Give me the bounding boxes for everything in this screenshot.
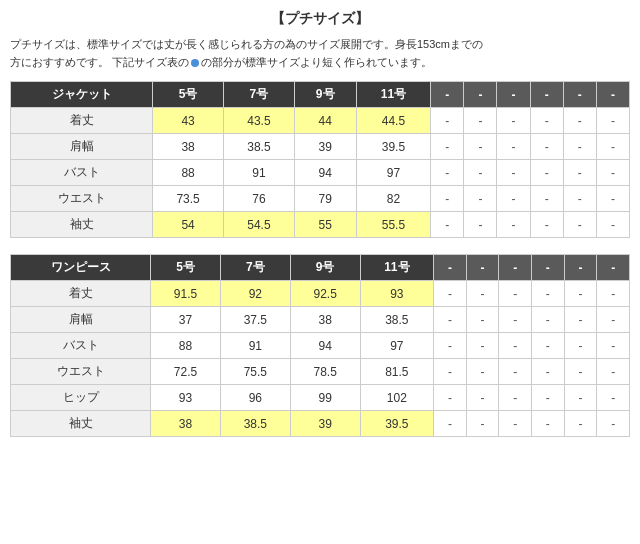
desc-line2: 方におすすめです。 下記サイズ表の	[10, 56, 189, 68]
cell-value: -	[434, 281, 467, 307]
size-header: 11号	[360, 255, 434, 281]
cell-value: -	[499, 307, 532, 333]
cell-value: -	[466, 333, 499, 359]
cell-value: 37	[151, 307, 221, 333]
cell-value: 38	[151, 411, 221, 437]
size-header: -	[431, 82, 464, 108]
cell-value: -	[464, 108, 497, 134]
size-header: 7号	[220, 255, 290, 281]
cell-value: -	[431, 212, 464, 238]
table-row: 肩幅3737.53838.5------	[11, 307, 630, 333]
cell-value: -	[499, 281, 532, 307]
size-header: -	[532, 255, 565, 281]
cell-value: 78.5	[290, 359, 360, 385]
cell-value: -	[597, 385, 630, 411]
cell-value: 88	[153, 160, 224, 186]
cell-value: 44	[294, 108, 356, 134]
size-header: -	[466, 255, 499, 281]
cell-value: 44.5	[356, 108, 431, 134]
cell-value: -	[466, 359, 499, 385]
cell-value: -	[466, 411, 499, 437]
cell-value: -	[563, 108, 596, 134]
cell-value: 43	[153, 108, 224, 134]
table-row: 袖丈3838.53939.5------	[11, 411, 630, 437]
cell-value: 37.5	[220, 307, 290, 333]
cell-value: -	[464, 186, 497, 212]
cell-value: -	[563, 186, 596, 212]
cell-value: -	[597, 281, 630, 307]
cell-value: -	[466, 385, 499, 411]
cell-value: -	[597, 359, 630, 385]
cell-value: -	[464, 134, 497, 160]
table-row: ウエスト73.5767982------	[11, 186, 630, 212]
cell-value: -	[431, 108, 464, 134]
cell-value: -	[497, 134, 530, 160]
cell-value: -	[497, 160, 530, 186]
table-row: 着丈4343.54444.5------	[11, 108, 630, 134]
cell-value: 54.5	[224, 212, 295, 238]
cell-value: -	[597, 411, 630, 437]
description: プチサイズは、標準サイズでは丈が長く感じられる方の為のサイズ展開です。身長153…	[10, 36, 630, 71]
cell-value: -	[431, 134, 464, 160]
cell-value: -	[497, 212, 530, 238]
size-header: 9号	[294, 82, 356, 108]
size-header: -	[434, 255, 467, 281]
cell-value: 54	[153, 212, 224, 238]
cell-value: 92	[220, 281, 290, 307]
table-row: ヒップ939699102------	[11, 385, 630, 411]
row-label: バスト	[11, 160, 153, 186]
size-header: -	[596, 82, 629, 108]
category-header: ワンピース	[11, 255, 151, 281]
cell-value: 97	[360, 333, 434, 359]
cell-value: -	[597, 307, 630, 333]
cell-value: -	[596, 186, 629, 212]
cell-value: 91	[220, 333, 290, 359]
cell-value: 39	[290, 411, 360, 437]
cell-value: -	[499, 411, 532, 437]
size-header: -	[563, 82, 596, 108]
cell-value: -	[532, 385, 565, 411]
cell-value: 102	[360, 385, 434, 411]
row-label: ヒップ	[11, 385, 151, 411]
size-header: 7号	[224, 82, 295, 108]
table-row: 袖丈5454.55555.5------	[11, 212, 630, 238]
table-row: 着丈91.59292.593------	[11, 281, 630, 307]
cell-value: 94	[290, 333, 360, 359]
cell-value: 38.5	[360, 307, 434, 333]
size-header: 11号	[356, 82, 431, 108]
cell-value: -	[564, 385, 597, 411]
cell-value: -	[466, 307, 499, 333]
cell-value: 93	[360, 281, 434, 307]
cell-value: -	[563, 212, 596, 238]
cell-value: 39.5	[356, 134, 431, 160]
row-label: 肩幅	[11, 134, 153, 160]
cell-value: -	[530, 186, 563, 212]
desc-line1: プチサイズは、標準サイズでは丈が長く感じられる方の為のサイズ展開です。身長153…	[10, 38, 483, 50]
cell-value: 76	[224, 186, 295, 212]
cell-value: -	[532, 333, 565, 359]
cell-value: 92.5	[290, 281, 360, 307]
cell-value: -	[464, 160, 497, 186]
cell-value: 72.5	[151, 359, 221, 385]
row-label: 着丈	[11, 108, 153, 134]
table-row: バスト88919497------	[11, 333, 630, 359]
cell-value: -	[431, 160, 464, 186]
cell-value: 38.5	[224, 134, 295, 160]
cell-value: 96	[220, 385, 290, 411]
row-label: 肩幅	[11, 307, 151, 333]
cell-value: 75.5	[220, 359, 290, 385]
cell-value: -	[434, 411, 467, 437]
cell-value: -	[530, 212, 563, 238]
cell-value: -	[434, 307, 467, 333]
cell-value: -	[564, 333, 597, 359]
row-label: ウエスト	[11, 186, 153, 212]
cell-value: 91	[224, 160, 295, 186]
category-header: ジャケット	[11, 82, 153, 108]
cell-value: 38.5	[220, 411, 290, 437]
table-row: ウエスト72.575.578.581.5------	[11, 359, 630, 385]
cell-value: -	[532, 411, 565, 437]
cell-value: -	[466, 281, 499, 307]
cell-value: -	[464, 212, 497, 238]
cell-value: 99	[290, 385, 360, 411]
cell-value: 39.5	[360, 411, 434, 437]
